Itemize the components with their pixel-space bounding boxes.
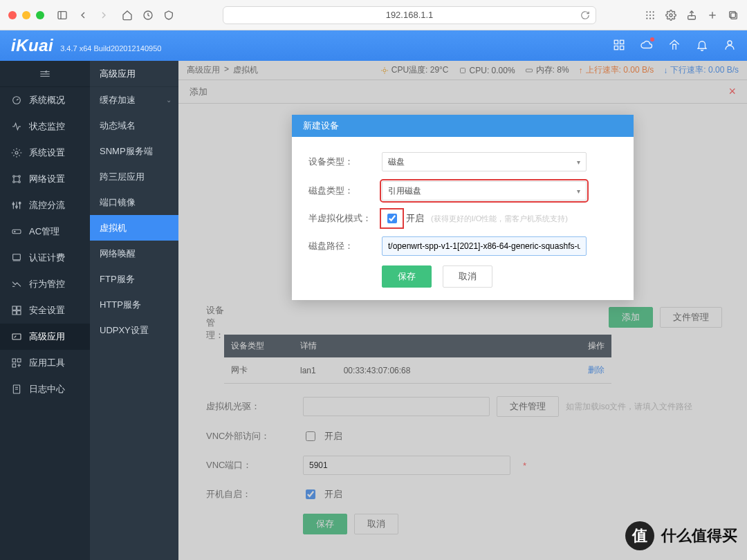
nav2-item-ftp[interactable]: FTP服务 [90, 266, 178, 292]
gear-icon[interactable] [665, 10, 676, 21]
monitor-icon [11, 121, 22, 132]
nav1-item-logs[interactable]: 日志中心 [0, 376, 90, 402]
nav2-item-wol[interactable]: 网络唤醒 [90, 241, 178, 266]
modal-disk-path-input[interactable] [382, 236, 587, 256]
svg-rect-21 [620, 46, 624, 49]
modal-dev-type-label: 设备类型： [308, 156, 382, 168]
auth-icon [11, 252, 22, 263]
overview-icon [11, 95, 22, 106]
watermark-badge-icon: 值 [625, 521, 654, 550]
cloud-icon[interactable] [640, 39, 653, 53]
nav2-item-ddns[interactable]: 动态域名 [90, 113, 178, 138]
close-window-icon[interactable] [8, 11, 17, 19]
svg-point-31 [13, 181, 15, 183]
svg-rect-43 [12, 230, 21, 233]
modal-title: 新建设备 [292, 115, 634, 137]
nav2-item-udpxy[interactable]: UDPXY设置 [90, 317, 178, 343]
nav2-item-cache[interactable]: 缓存加速⌄ [90, 87, 178, 113]
nav2-item-vm[interactable]: 虚拟机 [90, 215, 178, 241]
new-tab-icon[interactable] [707, 10, 718, 21]
svg-rect-0 [58, 11, 66, 19]
nav1-item-monitor[interactable]: 状态监控 [0, 113, 90, 140]
main-panel: 高级应用>虚拟机 CPU温度: 29°C CPU: 0.00% 内存: 8% ↑… [178, 61, 747, 560]
nav1-item-ac[interactable]: AC管理 [0, 218, 90, 245]
svg-point-4 [649, 11, 651, 12]
tools-icon [11, 357, 22, 368]
svg-line-27 [17, 99, 19, 100]
bell-icon[interactable] [696, 39, 708, 53]
svg-rect-51 [12, 334, 21, 339]
nav1-item-netcfg[interactable]: 网络设置 [0, 166, 90, 192]
watermark: 值 什么值得买 [625, 521, 737, 550]
browser-toolbar: 192.168.1.1 [0, 0, 747, 30]
netcfg-icon [11, 174, 22, 185]
svg-rect-52 [12, 359, 16, 362]
address-url: 192.168.1.1 [386, 10, 434, 20]
secondary-nav: 高级应用 缓存加速⌄动态域名SNMP服务端跨三层应用端口镜像虚拟机网络唤醒FTP… [90, 61, 178, 560]
dashboard-icon[interactable] [613, 39, 625, 53]
user-icon[interactable] [723, 39, 736, 53]
nav-back-icon[interactable] [77, 10, 89, 21]
apps-grid-icon[interactable] [645, 10, 656, 21]
shield-icon[interactable] [163, 10, 174, 21]
svg-point-5 [653, 11, 654, 12]
svg-rect-50 [17, 311, 21, 315]
modal-dev-type-select[interactable]: 磁盘▾ [382, 152, 587, 171]
upgrade-icon[interactable] [668, 39, 681, 53]
modal-save-button[interactable]: 保存 [382, 265, 432, 288]
nav1-item-security[interactable]: 安全设置 [0, 297, 90, 324]
modal-paravirt-checkbox[interactable] [387, 214, 397, 223]
chevron-down-icon: ⌄ [166, 96, 172, 104]
nav-forward-icon[interactable] [98, 10, 109, 21]
svg-point-6 [646, 14, 647, 15]
address-bar[interactable]: 192.168.1.1 [223, 6, 596, 24]
svg-rect-54 [12, 364, 16, 367]
svg-point-8 [653, 14, 654, 15]
svg-rect-19 [620, 40, 624, 44]
svg-rect-16 [731, 12, 737, 19]
nav1-item-behavior[interactable]: 行为管控 [0, 271, 90, 297]
nav1-item-overview[interactable]: 系统概况 [0, 87, 90, 113]
nav1-item-adv[interactable]: 高级应用 [0, 324, 90, 350]
syscfg-icon [11, 147, 22, 158]
flow-icon [11, 200, 22, 211]
share-icon[interactable] [686, 10, 697, 21]
nav1-item-flow[interactable]: 流控分流 [0, 192, 90, 218]
brand-logo: iKuai [11, 36, 53, 55]
nav1-item-auth[interactable]: 认证计费 [0, 245, 90, 271]
modal-disk-type-select[interactable]: 引用磁盘▾ [382, 181, 587, 200]
app-header: iKuai 3.4.7 x64 Build202012140950 [0, 30, 747, 61]
svg-point-11 [653, 17, 654, 19]
ac-icon [11, 226, 22, 237]
svg-point-29 [13, 176, 15, 178]
svg-point-32 [19, 181, 21, 183]
modal-paravirt-label: 半虚拟化模式： [308, 212, 382, 225]
nav2-item-layer3[interactable]: 跨三层应用 [90, 164, 178, 189]
window-traffic-lights [8, 11, 44, 19]
modal-paravirt-hint: (获得更好的I/O性能，需客户机系统支持) [431, 214, 568, 224]
svg-rect-18 [614, 40, 618, 44]
nav2-item-snmp[interactable]: SNMP服务端 [90, 138, 178, 164]
nav1-item-tools[interactable]: 应用工具 [0, 350, 90, 376]
nav2-item-http[interactable]: HTTP服务 [90, 292, 178, 317]
primary-nav: 系统概况状态监控系统设置网络设置流控分流AC管理认证计费行为管控安全设置高级应用… [0, 61, 90, 560]
zoom-window-icon[interactable] [36, 11, 44, 19]
nav1-item-syscfg[interactable]: 系统设置 [0, 140, 90, 166]
svg-rect-53 [17, 359, 21, 362]
nav2-item-mirror[interactable]: 端口镜像 [90, 189, 178, 215]
logs-icon [11, 384, 22, 395]
svg-point-44 [15, 231, 15, 232]
nav-collapse-icon[interactable] [0, 61, 90, 87]
svg-rect-45 [13, 254, 21, 260]
tabs-overview-icon[interactable] [728, 10, 739, 21]
history-icon[interactable] [142, 10, 154, 21]
svg-point-22 [728, 41, 732, 45]
reload-icon[interactable] [580, 10, 590, 22]
home-icon[interactable] [122, 10, 133, 21]
modal-cancel-button[interactable]: 取消 [443, 265, 492, 288]
chevron-down-icon: ▾ [577, 187, 580, 195]
svg-rect-47 [12, 306, 16, 310]
sidebar-toggle-icon[interactable] [57, 10, 68, 21]
minimize-window-icon[interactable] [22, 11, 30, 19]
security-icon [11, 305, 22, 316]
